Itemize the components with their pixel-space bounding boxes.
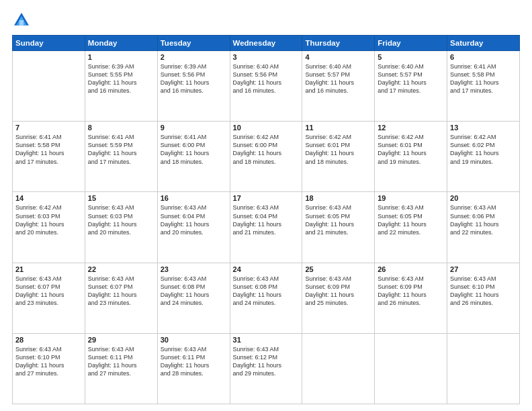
cell-info: Sunrise: 6:43 AM Sunset: 6:08 PM Dayligh… <box>161 275 227 308</box>
cell-info: Sunrise: 6:43 AM Sunset: 6:10 PM Dayligh… <box>15 345 82 378</box>
weekday-header-monday: Monday <box>85 36 157 51</box>
day-number: 31 <box>233 336 300 344</box>
calendar-cell: 29Sunrise: 6:43 AM Sunset: 6:11 PM Dayli… <box>85 333 157 404</box>
logo-icon <box>12 11 31 30</box>
calendar-cell: 6Sunrise: 6:41 AM Sunset: 5:58 PM Daylig… <box>447 51 520 122</box>
calendar-cell: 15Sunrise: 6:43 AM Sunset: 6:03 PM Dayli… <box>85 192 157 263</box>
calendar-cell: 20Sunrise: 6:43 AM Sunset: 6:06 PM Dayli… <box>447 192 520 263</box>
day-number: 17 <box>233 194 300 202</box>
day-number: 3 <box>233 53 300 61</box>
day-number: 2 <box>161 53 227 61</box>
calendar-cell: 9Sunrise: 6:41 AM Sunset: 6:00 PM Daylig… <box>157 122 230 192</box>
calendar-cell: 17Sunrise: 6:43 AM Sunset: 6:04 PM Dayli… <box>230 192 302 263</box>
day-number: 22 <box>88 265 154 273</box>
calendar-cell: 11Sunrise: 6:42 AM Sunset: 6:01 PM Dayli… <box>302 122 375 192</box>
calendar-cell <box>13 51 85 122</box>
day-number: 24 <box>233 265 300 273</box>
calendar-cell <box>302 333 375 404</box>
calendar-cell: 18Sunrise: 6:43 AM Sunset: 6:05 PM Dayli… <box>302 192 375 263</box>
cell-info: Sunrise: 6:43 AM Sunset: 6:12 PM Dayligh… <box>233 345 300 378</box>
calendar-cell: 24Sunrise: 6:43 AM Sunset: 6:08 PM Dayli… <box>230 263 302 333</box>
day-number: 13 <box>450 124 517 132</box>
calendar-cell: 10Sunrise: 6:42 AM Sunset: 6:00 PM Dayli… <box>230 122 302 192</box>
calendar-cell: 19Sunrise: 6:43 AM Sunset: 6:05 PM Dayli… <box>375 192 447 263</box>
cell-info: Sunrise: 6:40 AM Sunset: 5:57 PM Dayligh… <box>378 62 444 95</box>
cell-info: Sunrise: 6:41 AM Sunset: 5:58 PM Dayligh… <box>450 62 517 95</box>
cell-info: Sunrise: 6:43 AM Sunset: 6:05 PM Dayligh… <box>378 203 444 236</box>
day-number: 14 <box>15 194 82 202</box>
week-row-5: 28Sunrise: 6:43 AM Sunset: 6:10 PM Dayli… <box>13 333 520 404</box>
calendar-cell: 14Sunrise: 6:42 AM Sunset: 6:03 PM Dayli… <box>13 192 85 263</box>
calendar-cell: 1Sunrise: 6:39 AM Sunset: 5:55 PM Daylig… <box>85 51 157 122</box>
weekday-header-sunday: Sunday <box>13 36 85 51</box>
cell-info: Sunrise: 6:42 AM Sunset: 6:01 PM Dayligh… <box>305 133 371 166</box>
day-number: 16 <box>161 194 227 202</box>
cell-info: Sunrise: 6:43 AM Sunset: 6:07 PM Dayligh… <box>88 275 154 308</box>
calendar-table: SundayMondayTuesdayWednesdayThursdayFrid… <box>12 35 520 404</box>
calendar-cell: 7Sunrise: 6:41 AM Sunset: 5:58 PM Daylig… <box>13 122 85 192</box>
cell-info: Sunrise: 6:40 AM Sunset: 5:56 PM Dayligh… <box>233 62 300 95</box>
cell-info: Sunrise: 6:43 AM Sunset: 6:08 PM Dayligh… <box>233 275 300 308</box>
calendar-cell: 31Sunrise: 6:43 AM Sunset: 6:12 PM Dayli… <box>230 333 302 404</box>
week-row-3: 14Sunrise: 6:42 AM Sunset: 6:03 PM Dayli… <box>13 192 520 263</box>
weekday-header-row: SundayMondayTuesdayWednesdayThursdayFrid… <box>13 36 520 51</box>
calendar-cell: 23Sunrise: 6:43 AM Sunset: 6:08 PM Dayli… <box>157 263 230 333</box>
calendar-cell: 25Sunrise: 6:43 AM Sunset: 6:09 PM Dayli… <box>302 263 375 333</box>
day-number: 15 <box>88 194 154 202</box>
day-number: 26 <box>378 265 444 273</box>
cell-info: Sunrise: 6:39 AM Sunset: 5:55 PM Dayligh… <box>88 62 154 95</box>
cell-info: Sunrise: 6:41 AM Sunset: 5:58 PM Dayligh… <box>15 133 82 166</box>
calendar-cell: 30Sunrise: 6:43 AM Sunset: 6:11 PM Dayli… <box>157 333 230 404</box>
calendar-cell: 5Sunrise: 6:40 AM Sunset: 5:57 PM Daylig… <box>375 51 447 122</box>
calendar-cell: 27Sunrise: 6:43 AM Sunset: 6:10 PM Dayli… <box>447 263 520 333</box>
cell-info: Sunrise: 6:43 AM Sunset: 6:10 PM Dayligh… <box>450 275 517 308</box>
weekday-header-saturday: Saturday <box>447 36 520 51</box>
day-number: 4 <box>305 53 371 61</box>
cell-info: Sunrise: 6:43 AM Sunset: 6:11 PM Dayligh… <box>88 345 154 378</box>
day-number: 19 <box>378 194 444 202</box>
day-number: 25 <box>305 265 371 273</box>
cell-info: Sunrise: 6:42 AM Sunset: 6:00 PM Dayligh… <box>233 133 300 166</box>
day-number: 28 <box>15 336 82 344</box>
page: SundayMondayTuesdayWednesdayThursdayFrid… <box>0 0 532 411</box>
cell-info: Sunrise: 6:41 AM Sunset: 6:00 PM Dayligh… <box>161 133 227 166</box>
cell-info: Sunrise: 6:43 AM Sunset: 6:03 PM Dayligh… <box>88 203 154 236</box>
day-number: 27 <box>450 265 517 273</box>
calendar-cell: 13Sunrise: 6:42 AM Sunset: 6:02 PM Dayli… <box>447 122 520 192</box>
cell-info: Sunrise: 6:41 AM Sunset: 5:59 PM Dayligh… <box>88 133 154 166</box>
cell-info: Sunrise: 6:42 AM Sunset: 6:02 PM Dayligh… <box>450 133 517 166</box>
weekday-header-thursday: Thursday <box>302 36 375 51</box>
calendar-cell: 26Sunrise: 6:43 AM Sunset: 6:09 PM Dayli… <box>375 263 447 333</box>
day-number: 1 <box>88 53 154 61</box>
calendar-cell <box>375 333 447 404</box>
calendar-cell: 12Sunrise: 6:42 AM Sunset: 6:01 PM Dayli… <box>375 122 447 192</box>
day-number: 18 <box>305 194 371 202</box>
day-number: 11 <box>305 124 371 132</box>
calendar-cell: 22Sunrise: 6:43 AM Sunset: 6:07 PM Dayli… <box>85 263 157 333</box>
day-number: 20 <box>450 194 517 202</box>
week-row-2: 7Sunrise: 6:41 AM Sunset: 5:58 PM Daylig… <box>13 122 520 192</box>
cell-info: Sunrise: 6:40 AM Sunset: 5:57 PM Dayligh… <box>305 62 371 95</box>
header <box>12 11 520 30</box>
cell-info: Sunrise: 6:43 AM Sunset: 6:07 PM Dayligh… <box>15 275 82 308</box>
weekday-header-wednesday: Wednesday <box>230 36 302 51</box>
week-row-1: 1Sunrise: 6:39 AM Sunset: 5:55 PM Daylig… <box>13 51 520 122</box>
day-number: 10 <box>233 124 300 132</box>
cell-info: Sunrise: 6:43 AM Sunset: 6:04 PM Dayligh… <box>233 203 300 236</box>
day-number: 6 <box>450 53 517 61</box>
day-number: 12 <box>378 124 444 132</box>
day-number: 21 <box>15 265 82 273</box>
weekday-header-tuesday: Tuesday <box>157 36 230 51</box>
cell-info: Sunrise: 6:42 AM Sunset: 6:01 PM Dayligh… <box>378 133 444 166</box>
calendar-cell: 28Sunrise: 6:43 AM Sunset: 6:10 PM Dayli… <box>13 333 85 404</box>
calendar-cell: 16Sunrise: 6:43 AM Sunset: 6:04 PM Dayli… <box>157 192 230 263</box>
cell-info: Sunrise: 6:42 AM Sunset: 6:03 PM Dayligh… <box>15 203 82 236</box>
week-row-4: 21Sunrise: 6:43 AM Sunset: 6:07 PM Dayli… <box>13 263 520 333</box>
weekday-header-friday: Friday <box>375 36 447 51</box>
day-number: 7 <box>15 124 82 132</box>
calendar-cell <box>447 333 520 404</box>
cell-info: Sunrise: 6:43 AM Sunset: 6:05 PM Dayligh… <box>305 203 371 236</box>
calendar-cell: 8Sunrise: 6:41 AM Sunset: 5:59 PM Daylig… <box>85 122 157 192</box>
logo <box>12 11 34 30</box>
calendar-cell: 2Sunrise: 6:39 AM Sunset: 5:56 PM Daylig… <box>157 51 230 122</box>
